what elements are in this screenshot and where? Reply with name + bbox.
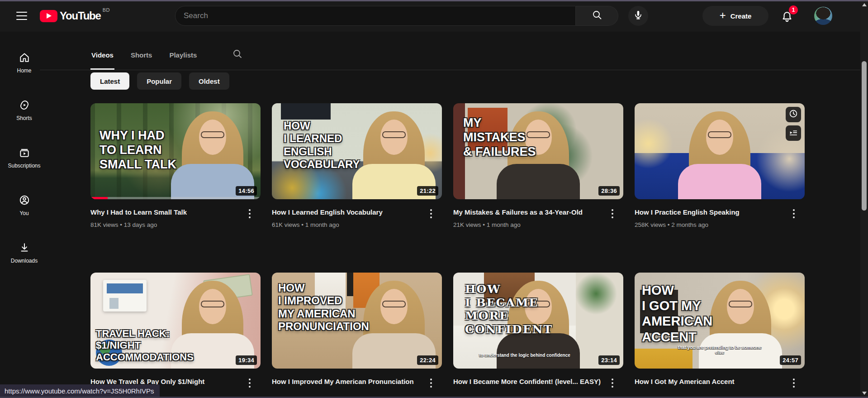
thumbnail-text: HOW I GOT MY AMERICAN ACCENT (642, 283, 712, 345)
video-menu-button[interactable] (787, 207, 800, 228)
video-menu-button[interactable] (606, 377, 619, 388)
notification-count-badge: 1 (789, 5, 798, 14)
video-title[interactable]: How I Improved My American Pronunciation (272, 377, 421, 387)
subscriptions-icon (19, 147, 30, 158)
video-title[interactable]: How I Became More Confident! (level... E… (453, 377, 602, 387)
video-meta: 81K views • 13 days ago (90, 221, 243, 228)
scrollbar-thumb[interactable] (862, 61, 867, 211)
status-url-tooltip: https://www.youtube.com/watch?v=JS5H0RhI… (0, 384, 160, 398)
sidebar-item-home[interactable]: Home (0, 43, 48, 82)
video-card: MY MISTAKES & FAILURES 28:36 My Mistakes… (453, 103, 623, 228)
video-card: TRAVEL HACK: $1/NIGHT ACCOMMODATIONS 19:… (90, 273, 261, 388)
masthead: YouTube BD + Create 1 (0, 0, 868, 32)
you-icon (19, 194, 30, 206)
duration-badge: 19:34 (236, 355, 257, 365)
create-button[interactable]: + Create (702, 6, 768, 26)
scroll-up-arrow-icon[interactable] (862, 3, 867, 6)
video-menu-button[interactable] (243, 207, 256, 228)
sidebar-item-subscriptions[interactable]: Subscriptions (0, 139, 48, 177)
tab-shorts[interactable]: Shorts (131, 40, 152, 70)
channel-tabs: Videos Shorts Playlists (91, 40, 243, 70)
notifications-button[interactable]: 1 (777, 7, 797, 27)
video-title[interactable]: How I Practice English Speaking (635, 207, 784, 218)
thumbnail-person-art (349, 103, 439, 199)
sidebar-item-downloads[interactable]: Downloads (0, 234, 48, 272)
tab-playlists[interactable]: Playlists (169, 40, 197, 70)
video-thumbnail[interactable]: WHY I HAD TO LEARN SMALL TALK 14:56 (90, 103, 261, 199)
thumbnail-text: MY MISTAKES & FAILURES (463, 116, 536, 159)
video-menu-button[interactable] (243, 377, 256, 388)
tabs-divider (40, 70, 860, 70)
video-meta: 258K views • 2 months ago (635, 221, 787, 228)
video-menu-button[interactable] (787, 377, 800, 388)
thumbnail-text: TRAVEL HACK: $1/NIGHT ACCOMMODATIONS (96, 328, 194, 363)
duration-badge: 28:36 (598, 186, 620, 196)
video-card: HOW I LEARNED ENGLISH VOCABULARY 21:22 H… (272, 103, 442, 228)
video-menu-button[interactable] (425, 377, 437, 388)
tab-videos[interactable]: Videos (91, 40, 114, 70)
video-card: HOW I GOT MY AMERICAN ACCENT that you ar… (635, 273, 805, 388)
video-meta: 61K views • 1 month ago (272, 221, 425, 228)
sort-chips: Latest Popular Oldest (90, 72, 229, 90)
search-icon (232, 48, 243, 61)
video-menu-button[interactable] (606, 207, 619, 228)
video-menu-button[interactable] (425, 207, 437, 228)
search-input[interactable] (175, 6, 576, 26)
shorts-icon (19, 99, 30, 111)
window-top-edge (0, 0, 868, 1)
thumbnail-hover-actions (786, 107, 801, 141)
video-thumbnail[interactable] (635, 103, 805, 199)
search-button[interactable] (576, 6, 618, 26)
video-thumbnail[interactable]: HOW I LEARNED ENGLISH VOCABULARY 21:22 (272, 103, 442, 199)
chip-popular[interactable]: Popular (137, 72, 181, 90)
video-title[interactable]: Why I Had to Learn Small Talk (90, 207, 240, 218)
mini-guide: Home Shorts Subscriptions You Downloads (0, 32, 48, 398)
youtube-channel-page: YouTube BD + Create 1 (0, 0, 868, 398)
video-thumbnail[interactable]: HOW I BECAME MORE CONFIDENT to understan… (453, 273, 623, 369)
chip-latest[interactable]: Latest (90, 72, 129, 90)
video-thumbnail[interactable]: MY MISTAKES & FAILURES 28:36 (453, 103, 623, 199)
home-icon (19, 52, 30, 63)
video-card: How I Practice English Speaking 258K vie… (635, 103, 805, 228)
youtube-play-icon (40, 10, 57, 22)
video-thumbnail[interactable]: HOW I GOT MY AMERICAN ACCENT that you ar… (635, 273, 805, 369)
watch-progress-fill (90, 197, 108, 199)
scroll-down-arrow-icon[interactable] (862, 392, 867, 395)
video-meta: 21K views • 1 month ago (453, 221, 606, 228)
search-bar (175, 6, 618, 26)
video-title[interactable]: How I Learned English Vocabulary (272, 207, 421, 218)
queue-icon (788, 127, 798, 139)
create-label: Create (730, 12, 752, 20)
duration-badge: 14:56 (236, 186, 257, 196)
watch-later-button[interactable] (786, 107, 801, 122)
video-thumbnail[interactable]: HOW I IMPROVED MY AMERICAN PRONUNCIATION… (272, 273, 442, 369)
search-icon (592, 10, 602, 22)
video-card: WHY I HAD TO LEARN SMALL TALK 14:56 Why … (90, 103, 261, 228)
video-title[interactable]: How I Got My American Accent (635, 377, 784, 387)
video-title[interactable]: My Mistakes & Failures as a 34-Year-Old (453, 207, 602, 218)
channel-search-button[interactable] (232, 48, 243, 61)
thumbnail-subtext: to understand the logic behind confidenc… (453, 353, 596, 358)
page-scrollbar[interactable] (860, 0, 868, 398)
sidebar-item-label: You (19, 210, 28, 216)
chip-oldest[interactable]: Oldest (189, 72, 229, 90)
plus-icon: + (720, 10, 726, 21)
voice-search-button[interactable] (628, 6, 648, 26)
account-avatar[interactable] (814, 7, 832, 25)
thumbnail-person-art (167, 103, 258, 199)
video-thumbnail[interactable]: TRAVEL HACK: $1/NIGHT ACCOMMODATIONS 19:… (90, 273, 261, 369)
duration-badge: 21:22 (417, 186, 438, 196)
video-card: HOW I IMPROVED MY AMERICAN PRONUNCIATION… (272, 273, 442, 388)
sidebar-item-label: Downloads (11, 258, 38, 264)
youtube-logo[interactable]: YouTube BD (40, 8, 110, 22)
sidebar-item-shorts[interactable]: Shorts (0, 91, 48, 129)
sidebar-item-label: Home (17, 67, 31, 74)
thumbnail-text: HOW I IMPROVED MY AMERICAN PRONUNCIATION (278, 282, 369, 333)
video-card: HOW I BECAME MORE CONFIDENT to understan… (453, 273, 623, 388)
duration-badge: 22:24 (417, 355, 438, 365)
clock-icon (788, 109, 798, 120)
add-to-queue-button[interactable] (786, 125, 801, 141)
sidebar-item-you[interactable]: You (0, 186, 48, 224)
watch-progress-bar (90, 197, 261, 199)
guide-menu-button[interactable] (13, 7, 31, 25)
